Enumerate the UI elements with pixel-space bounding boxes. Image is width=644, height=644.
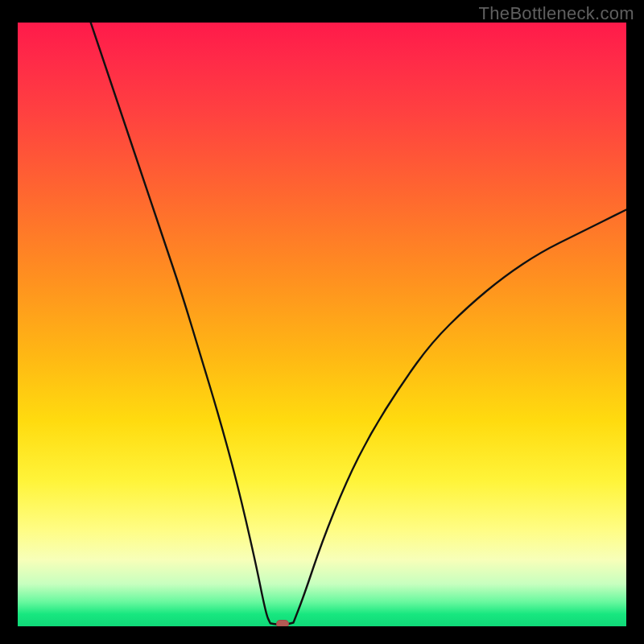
watermark-text: TheBottleneck.com [479, 3, 634, 24]
plot-area [18, 23, 626, 626]
minimum-marker [276, 620, 289, 626]
chart-frame: TheBottleneck.com [0, 0, 644, 644]
bottleneck-curve [18, 23, 626, 626]
